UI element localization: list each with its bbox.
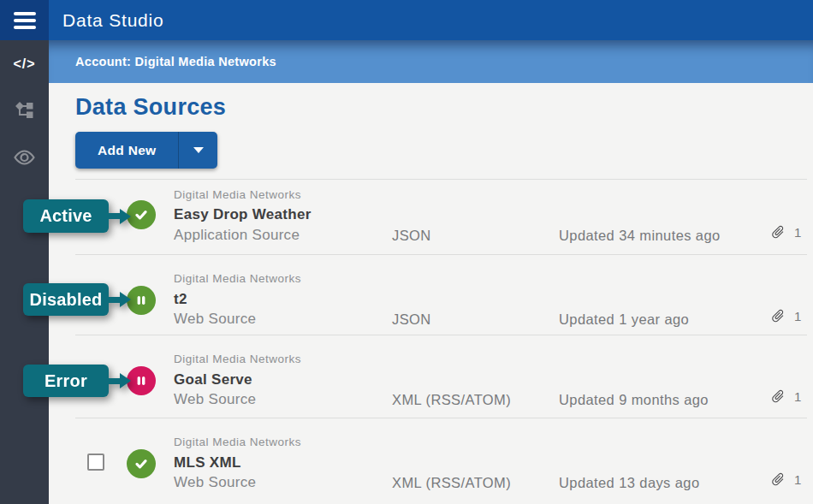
data-source-row[interactable]: Digital Media Networks t2 Web Source JSO… bbox=[75, 255, 807, 335]
row-format: XML (RSS/ATOM) bbox=[392, 392, 511, 408]
attachment-count: 1 bbox=[794, 309, 801, 323]
top-header: Data Studio bbox=[0, 0, 813, 40]
sidebar-item-preview[interactable] bbox=[0, 139, 49, 176]
row-source-type: Application Source bbox=[174, 227, 300, 244]
row-account: Digital Media Networks bbox=[174, 436, 301, 448]
hamburger-icon bbox=[14, 12, 36, 15]
sidebar-item-hierarchy[interactable] bbox=[0, 91, 49, 128]
row-updated: Updated 9 months ago bbox=[559, 392, 709, 408]
row-account: Digital Media Networks bbox=[174, 188, 301, 201]
attachment-count: 1 bbox=[794, 225, 801, 240]
row-account: Digital Media Networks bbox=[174, 272, 301, 285]
paperclip-icon bbox=[767, 385, 788, 406]
row-account: Digital Media Networks bbox=[174, 353, 301, 365]
row-name: Easy Drop Weather bbox=[174, 206, 312, 223]
row-source-type: Web Source bbox=[174, 311, 256, 328]
app-title: Data Studio bbox=[62, 10, 164, 31]
row-checkbox[interactable] bbox=[87, 454, 104, 471]
arrow-right-icon bbox=[109, 378, 120, 384]
row-format: JSON bbox=[392, 311, 431, 328]
paperclip-icon bbox=[767, 468, 788, 489]
status-badge-error[interactable] bbox=[127, 366, 156, 395]
row-format: XML (RSS/ATOM) bbox=[392, 475, 511, 491]
add-new-button[interactable]: Add New bbox=[75, 132, 178, 169]
check-icon bbox=[132, 454, 151, 473]
paperclip-icon bbox=[767, 221, 788, 242]
annotation-active-label: Active bbox=[23, 199, 109, 233]
row-source-type: Web Source bbox=[174, 391, 256, 408]
annotation-active: Active bbox=[23, 199, 131, 233]
eye-icon bbox=[13, 150, 36, 165]
chevron-down-icon bbox=[193, 147, 204, 153]
data-source-list: Digital Media Networks Easy Drop Weather… bbox=[75, 179, 807, 504]
status-badge-active[interactable] bbox=[127, 200, 156, 229]
page-title: Data Sources bbox=[75, 94, 226, 121]
code-icon: </> bbox=[13, 56, 35, 72]
pause-icon bbox=[132, 371, 151, 390]
annotation-error-label: Error bbox=[23, 365, 109, 397]
annotation-disabled: Disabled bbox=[23, 283, 131, 316]
row-name: Goal Serve bbox=[174, 371, 252, 388]
row-name: t2 bbox=[174, 291, 187, 308]
row-updated: Updated 34 minutes ago bbox=[559, 228, 721, 244]
pause-icon bbox=[132, 291, 151, 310]
hamburger-menu-button[interactable] bbox=[0, 0, 49, 40]
hierarchy-icon bbox=[15, 100, 34, 120]
data-source-row[interactable]: Digital Media Networks Easy Drop Weather… bbox=[75, 180, 807, 255]
arrow-right-icon bbox=[109, 297, 120, 303]
annotation-disabled-label: Disabled bbox=[23, 283, 109, 316]
data-source-row[interactable]: Digital Media Networks MLS XML Web Sourc… bbox=[75, 418, 807, 504]
row-format: JSON bbox=[392, 228, 431, 244]
main-content: Data Sources Add New Digital Media Netwo… bbox=[49, 83, 813, 504]
row-source-type: Web Source bbox=[174, 474, 256, 491]
data-source-row[interactable]: Digital Media Networks Goal Serve Web So… bbox=[75, 335, 807, 418]
annotation-error: Error bbox=[23, 365, 131, 397]
row-attachments[interactable]: 1 bbox=[770, 224, 801, 240]
status-badge-active[interactable] bbox=[127, 449, 156, 478]
attachment-count: 1 bbox=[794, 472, 801, 487]
row-updated: Updated 1 year ago bbox=[559, 311, 689, 328]
account-bar: Account: Digital Media Networks bbox=[49, 40, 813, 83]
sidebar: </> bbox=[0, 40, 49, 504]
row-name: MLS XML bbox=[174, 454, 241, 471]
account-label: Account: Digital Media Networks bbox=[75, 55, 276, 68]
check-icon bbox=[132, 205, 151, 224]
add-new-dropdown-toggle[interactable] bbox=[178, 132, 217, 169]
row-attachments[interactable]: 1 bbox=[770, 308, 801, 323]
attachment-count: 1 bbox=[794, 389, 801, 404]
paperclip-icon bbox=[767, 305, 788, 326]
status-badge-disabled[interactable] bbox=[127, 286, 156, 315]
add-new-split-button: Add New bbox=[75, 132, 217, 169]
row-attachments[interactable]: 1 bbox=[770, 388, 801, 404]
row-attachments[interactable]: 1 bbox=[770, 471, 801, 487]
arrow-right-icon bbox=[109, 213, 120, 219]
sidebar-item-code[interactable]: </> bbox=[0, 45, 49, 83]
row-updated: Updated 13 days ago bbox=[559, 475, 699, 491]
